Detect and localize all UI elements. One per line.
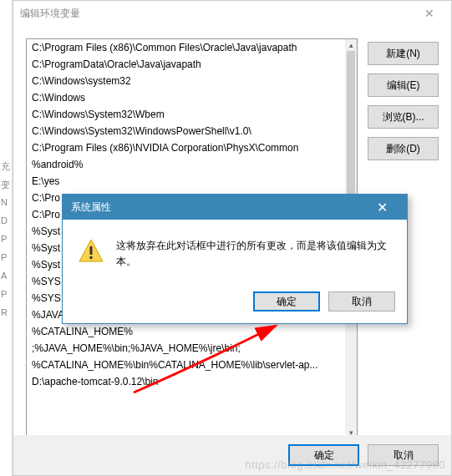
- strip-char: 变: [0, 177, 12, 195]
- list-item[interactable]: C:\Program Files (x86)\Common Files\Orac…: [27, 39, 345, 56]
- main-title: 编辑环境变量: [20, 7, 414, 21]
- list-item[interactable]: C:\Windows\system32: [27, 73, 345, 89]
- popup-body: 这将放弃在此对话框中进行的所有更改，而是将该值编辑为文本。: [63, 220, 407, 285]
- strip-char: 充: [0, 159, 12, 177]
- list-item[interactable]: C:\Windows: [27, 89, 345, 106]
- strip-char: P: [0, 251, 12, 269]
- popup-title: 系统属性: [71, 200, 365, 215]
- ok-button[interactable]: 确定: [288, 444, 359, 466]
- list-item[interactable]: E:\yes: [27, 173, 345, 190]
- list-item[interactable]: D:\apache-tomcat-9.0.12\bin: [27, 373, 345, 390]
- list-item[interactable]: %android%: [27, 156, 345, 173]
- popup-cancel-button[interactable]: 取消: [328, 291, 395, 311]
- list-item[interactable]: C:\Program Files (x86)\NVIDIA Corporatio…: [27, 139, 345, 156]
- edit-button[interactable]: 编辑(E): [368, 73, 439, 97]
- browse-button[interactable]: 浏览(B)...: [368, 105, 439, 129]
- strip-char: N: [0, 195, 12, 214]
- cancel-button[interactable]: 取消: [368, 444, 439, 466]
- strip-char: A: [0, 269, 12, 287]
- scroll-up-icon[interactable]: ▴: [345, 39, 357, 51]
- list-item[interactable]: ;%JAVA_HOME%\bin;%JAVA_HOME%\jre\bin;: [27, 340, 345, 357]
- warning-icon: [78, 238, 104, 265]
- popup-message: 这将放弃在此对话框中进行的所有更改，而是将该值编辑为文本。: [116, 238, 392, 270]
- strip-char: P: [0, 232, 12, 251]
- popup-buttons: 确定 取消: [63, 285, 407, 323]
- svg-rect-2: [90, 256, 93, 259]
- list-item[interactable]: %CATALINA_HOME%: [27, 323, 345, 340]
- new-button[interactable]: 新建(N): [368, 42, 439, 65]
- strip-char: R: [0, 306, 12, 324]
- list-item[interactable]: C:\ProgramData\Oracle\Java\javapath: [27, 56, 345, 73]
- popup-ok-button[interactable]: 确定: [253, 291, 320, 311]
- close-icon[interactable]: ✕: [414, 7, 444, 20]
- confirm-popup: 系统属性 ✕ 这将放弃在此对话框中进行的所有更改，而是将该值编辑为文本。 确定 …: [62, 194, 408, 324]
- list-item[interactable]: %CATALINA_HOME%\bin%CATALINA_HOME%\lib\s…: [27, 357, 345, 373]
- list-item[interactable]: C:\Windows\System32\WindowsPowerShell\v1…: [27, 123, 345, 139]
- list-item[interactable]: C:\Windows\System32\Wbem: [27, 106, 345, 123]
- delete-button[interactable]: 删除(D): [368, 137, 439, 160]
- bottom-bar: 确定 取消: [13, 435, 451, 475]
- popup-titlebar: 系统属性 ✕: [63, 195, 407, 220]
- strip-char: D: [0, 214, 12, 232]
- svg-rect-1: [90, 246, 93, 255]
- cropped-left-strip: 充 变 N D P P A P R: [0, 0, 13, 476]
- main-titlebar: 编辑环境变量 ✕: [13, 1, 451, 26]
- strip-char: P: [0, 287, 12, 306]
- popup-close-icon[interactable]: ✕: [365, 195, 399, 220]
